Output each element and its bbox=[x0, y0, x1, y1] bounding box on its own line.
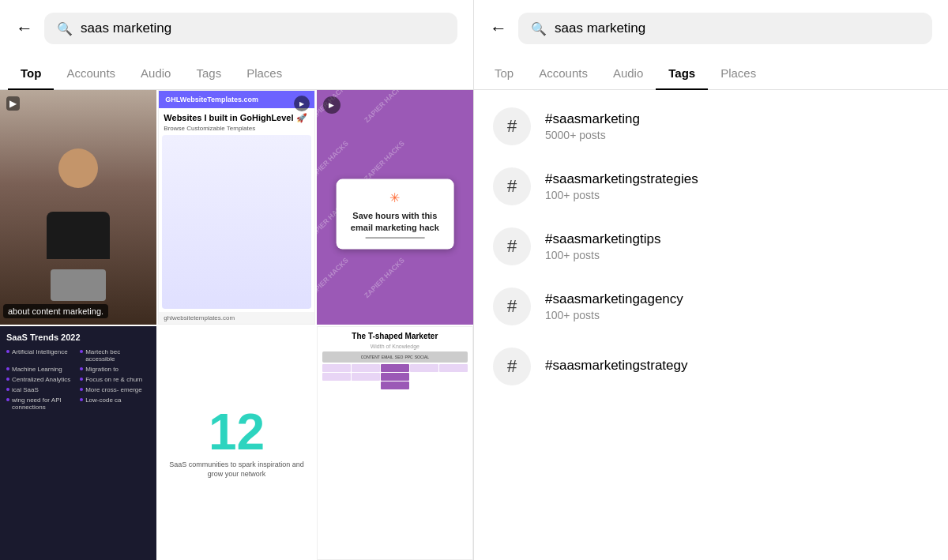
hashtag-info-1: #saasmarketing 5000+ posts bbox=[545, 111, 640, 141]
left-header: ← 🔍 saas marketing bbox=[0, 0, 473, 57]
right-search-icon: 🔍 bbox=[531, 21, 547, 36]
hash-icon-4: # bbox=[493, 288, 531, 325]
hashtag-item-4[interactable]: # #saasmarketingagency 100+ posts bbox=[474, 276, 948, 336]
right-tab-audio[interactable]: Audio bbox=[600, 57, 656, 89]
grid-item-5[interactable]: 12 SaaS communities to spark inspiration… bbox=[158, 326, 314, 561]
hashtag-info-4: #saasmarketingagency 100+ posts bbox=[545, 291, 683, 321]
hash-icon-2: # bbox=[493, 167, 531, 205]
right-tab-accounts[interactable]: Accounts bbox=[526, 57, 600, 89]
hash-icon-3: # bbox=[493, 227, 531, 265]
left-tab-accounts[interactable]: Accounts bbox=[54, 57, 128, 89]
grid-item-1[interactable]: ▶ about content marketing. bbox=[0, 90, 156, 325]
left-panel: ← 🔍 saas marketing Top Accounts Audio Ta… bbox=[0, 0, 474, 560]
right-header: ← 🔍 saas marketing bbox=[474, 0, 948, 57]
right-search-query: saas marketing bbox=[555, 21, 645, 36]
item1-caption: about content marketing. bbox=[3, 304, 108, 318]
item4-grid: Artificial Intelligence Martech bec acce… bbox=[6, 348, 150, 411]
item1-play-icon: ▶ bbox=[6, 96, 20, 111]
item4-title: SaaS Trends 2022 bbox=[6, 333, 150, 342]
hashtag-count-1: 5000+ posts bbox=[545, 129, 640, 141]
item6-chart-body bbox=[322, 364, 468, 389]
right-tabs: Top Accounts Audio Tags Places bbox=[474, 57, 948, 90]
hashtag-info-3: #saasmarketingtips 100+ posts bbox=[545, 231, 660, 261]
hashtag-name-2: #saasmarketingstrategies bbox=[545, 171, 698, 187]
left-tab-audio[interactable]: Audio bbox=[128, 57, 183, 89]
item5-number: 12 bbox=[209, 407, 265, 457]
grid-item-6[interactable]: The T-shaped Marketer Width of Knowledge… bbox=[317, 326, 473, 561]
left-search-bar[interactable]: 🔍 saas marketing bbox=[44, 13, 457, 44]
hashtag-item-3[interactable]: # #saasmarketingtips 100+ posts bbox=[474, 216, 948, 276]
hashtag-count-4: 100+ posts bbox=[545, 309, 683, 321]
item6-title: The T-shaped Marketer bbox=[322, 332, 468, 340]
hashtag-name-3: #saasmarketingtips bbox=[545, 231, 660, 247]
hashtag-name-5: #saasmarketingstrategy bbox=[545, 358, 687, 374]
left-search-icon: 🔍 bbox=[57, 21, 73, 36]
item2-subtitle: Browse Customizable Templates bbox=[159, 125, 314, 132]
left-back-button[interactable]: ← bbox=[16, 18, 33, 39]
grid-item-3[interactable]: ZAPIER HACKS ZAPIER HACKS ZAPIER HACKS Z… bbox=[317, 90, 473, 325]
hashtag-name-4: #saasmarketingagency bbox=[545, 291, 683, 307]
hashtag-item-2[interactable]: # #saasmarketingstrategies 100+ posts bbox=[474, 156, 948, 216]
item2-site-label: GHLWebsiteTemplates.com bbox=[159, 91, 314, 108]
hash-icon-5: # bbox=[493, 348, 531, 385]
item2-footer: ghlwebsitetemplates.com bbox=[159, 312, 314, 324]
left-tab-tags[interactable]: Tags bbox=[183, 57, 234, 89]
hash-icon-1: # bbox=[493, 107, 531, 145]
item3-card: ✳ Save hours with this email marketing h… bbox=[336, 179, 453, 250]
item3-arrow bbox=[365, 237, 424, 238]
right-tab-places[interactable]: Places bbox=[708, 57, 769, 89]
item3-card-text: Save hours with this email marketing hac… bbox=[345, 210, 444, 233]
hashtag-info-5: #saasmarketingstrategy bbox=[545, 358, 687, 375]
item6-subtitle: Width of Knowledge bbox=[322, 344, 468, 349]
hashtag-list: # #saasmarketing 5000+ posts # #saasmark… bbox=[474, 90, 948, 560]
hashtag-info-2: #saasmarketingstrategies 100+ posts bbox=[545, 171, 698, 201]
item5-caption: SaaS communities to spark inspiration an… bbox=[164, 460, 308, 479]
right-search-bar[interactable]: 🔍 saas marketing bbox=[518, 13, 932, 44]
left-tab-top[interactable]: Top bbox=[8, 57, 54, 89]
grid-item-2[interactable]: GHLWebsiteTemplates.com Websites I built… bbox=[158, 90, 314, 325]
item3-star-icon: ✳ bbox=[345, 190, 444, 205]
right-back-button[interactable]: ← bbox=[490, 18, 507, 39]
hashtag-count-2: 100+ posts bbox=[545, 189, 698, 201]
item2-play-icon: ▶ bbox=[294, 96, 310, 111]
grid-item-4[interactable]: SaaS Trends 2022 Artificial Intelligence… bbox=[0, 326, 156, 561]
hashtag-item-5[interactable]: # #saasmarketingstrategy bbox=[474, 336, 948, 397]
hashtag-name-1: #saasmarketing bbox=[545, 111, 640, 127]
item2-preview bbox=[162, 135, 310, 309]
left-tabs: Top Accounts Audio Tags Places bbox=[0, 57, 473, 90]
left-tab-places[interactable]: Places bbox=[234, 57, 295, 89]
item3-play-icon: ▶ bbox=[323, 96, 340, 114]
right-tab-tags[interactable]: Tags bbox=[656, 57, 708, 89]
right-tab-top[interactable]: Top bbox=[482, 57, 526, 89]
hashtag-count-3: 100+ posts bbox=[545, 249, 660, 261]
left-search-query: saas marketing bbox=[81, 21, 171, 36]
left-image-grid: ▶ about content marketing. GHLWebsiteTem… bbox=[0, 90, 473, 560]
right-panel: ← 🔍 saas marketing Top Accounts Audio Ta… bbox=[474, 0, 948, 560]
hashtag-item-1[interactable]: # #saasmarketing 5000+ posts bbox=[474, 96, 948, 156]
item6-top-row: CONTENT EMAIL SEO PPC SOCIAL bbox=[322, 351, 468, 363]
item2-title: Websites I built in GoHighLevel 🚀 bbox=[159, 108, 314, 125]
